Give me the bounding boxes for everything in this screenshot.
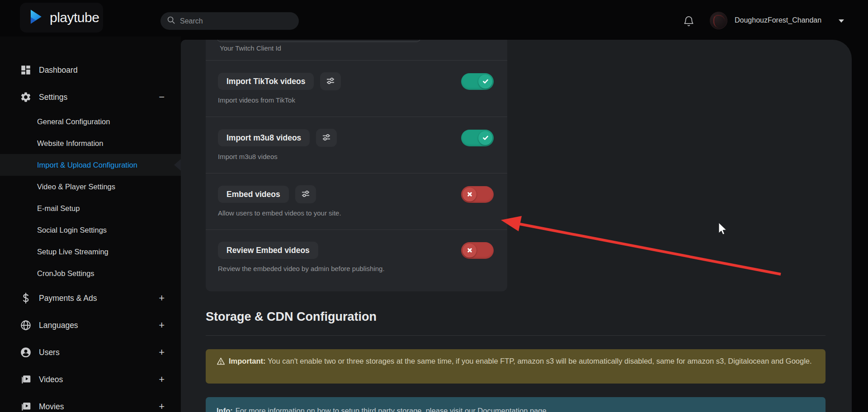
sidebar-item-setup-live-streaming[interactable]: Setup Live Streaming	[0, 241, 181, 262]
toggle-embed-videos[interactable]	[461, 186, 494, 203]
globe-icon	[19, 318, 33, 332]
adjust-settings-button[interactable]	[320, 72, 341, 90]
gear-icon	[19, 90, 33, 104]
plus-expander-icon[interactable]: +	[159, 320, 165, 330]
dollar-icon	[19, 291, 33, 305]
section-divider	[206, 335, 826, 336]
sidebar-item-movies[interactable]: Movies+	[0, 396, 181, 412]
setting-label-chip: Review Embed videos	[218, 242, 318, 259]
plus-expander-icon[interactable]: +	[159, 293, 165, 303]
topbar: playtube DoughouzForest_Chandan	[0, 0, 868, 37]
sidebar-item-e-mail-setup[interactable]: E-mail Setup	[0, 197, 181, 219]
search-icon	[167, 16, 175, 26]
setting-label-chip: Import TikTok videos	[218, 73, 314, 90]
setting-help-text: Review the embeded video by admin before…	[218, 265, 494, 272]
user-icon	[19, 346, 33, 359]
setting-help-text: Allow users to embed videos to your site…	[218, 209, 494, 217]
search-bar[interactable]	[160, 12, 299, 30]
sidebar-item-import-upload-configuration[interactable]: Import & Upload Configuration	[0, 154, 181, 176]
main-panel: Your Twitch Client Id Import TikTok vide…	[181, 40, 852, 412]
toggle-import-tiktok-videos[interactable]	[461, 73, 494, 90]
important-alert: Important: You can't enable two or three…	[206, 349, 826, 384]
video-icon	[19, 400, 33, 412]
info-text: For more information on how to setup thi…	[236, 407, 548, 412]
plus-expander-icon[interactable]: +	[159, 375, 165, 384]
plus-expander-icon[interactable]: +	[159, 347, 165, 357]
user-menu[interactable]: DoughouzForest_Chandan	[735, 13, 821, 28]
sliders-icon	[326, 76, 335, 87]
minus-expander-icon[interactable]: −	[159, 92, 165, 102]
sidebar-item-cronjob-settings[interactable]: CronJob Settings	[0, 262, 181, 284]
sliders-icon	[301, 189, 311, 200]
setting-row-review-embed-videos: Review Embed videosReview the embeded vi…	[206, 229, 507, 286]
toggle-import-m3u8-videos[interactable]	[461, 130, 494, 146]
play-logo-icon	[25, 7, 45, 28]
sidebar-item-settings[interactable]: Settings−	[0, 86, 181, 108]
sidebar-item-payments-ads[interactable]: Payments & Ads+	[0, 287, 181, 309]
setting-help-text: Import videos from TikTok	[218, 96, 494, 104]
setting-label-chip: Embed videos	[218, 186, 289, 203]
sliders-icon	[321, 132, 331, 144]
toggle-off-x-icon	[462, 187, 476, 201]
storage-cdn-heading: Storage & CDN Configuration	[206, 310, 826, 324]
sidebar-item-video-player-settings[interactable]: Video & Player Settings	[0, 176, 181, 197]
twitch-client-id-input[interactable]	[217, 40, 421, 42]
sidebar-item-website-information[interactable]: Website Information	[0, 132, 181, 154]
sidebar-item-languages[interactable]: Languages+	[0, 314, 181, 336]
plus-expander-icon[interactable]: +	[159, 402, 165, 412]
important-text: You can't enable two or three storages a…	[268, 357, 812, 365]
adjust-settings-button[interactable]	[295, 185, 316, 203]
chevron-down-icon	[839, 19, 844, 23]
setting-label-chip: Import m3u8 videos	[218, 129, 310, 146]
notifications-bell-icon[interactable]	[683, 15, 695, 27]
toggle-review-embed-videos[interactable]	[461, 242, 494, 259]
import-settings-card: Your Twitch Client Id Import TikTok vide…	[206, 40, 507, 291]
toggle-on-check-icon	[478, 131, 492, 145]
important-label: Important:	[229, 357, 266, 365]
toggle-rows: Import TikTok videosImport videos from T…	[206, 60, 507, 286]
toggle-on-check-icon	[478, 75, 492, 89]
adjust-settings-button[interactable]	[316, 129, 337, 147]
setting-row-import-m3u8-videos: Import m3u8 videosImport m3u8 videos	[206, 117, 507, 173]
sidebar-item-users[interactable]: Users+	[0, 342, 181, 363]
search-input[interactable]	[180, 17, 279, 25]
playtube-logo[interactable]: playtube	[20, 3, 103, 33]
sidebar: DashboardSettings−General ConfigurationW…	[0, 37, 181, 412]
setting-row-embed-videos: Embed videosAllow users to embed videos …	[206, 173, 507, 229]
sidebar-item-dashboard[interactable]: Dashboard	[0, 59, 181, 81]
playtube-admin-app: playtube DoughouzForest_Chandan Dashboar…	[0, 0, 868, 412]
sidebar-item-social-login-settings[interactable]: Social Login Settings	[0, 219, 181, 241]
toggle-off-x-icon	[462, 243, 476, 258]
warning-triangle-icon	[217, 356, 225, 368]
dashboard-icon	[19, 63, 33, 77]
info-alert: Info:For more information on how to setu…	[206, 397, 826, 412]
active-item-notch	[174, 159, 181, 171]
setting-row-import-tiktok-videos: Import TikTok videosImport videos from T…	[206, 60, 507, 117]
brand-name: playtube	[50, 10, 99, 25]
video-icon	[19, 373, 33, 386]
setting-help-text: Import m3u8 videos	[218, 153, 494, 160]
info-label: Info:	[217, 407, 233, 412]
sidebar-item-videos[interactable]: Videos+	[0, 369, 181, 390]
avatar[interactable]	[710, 12, 727, 29]
sidebar-item-general-configuration[interactable]: General Configuration	[0, 111, 181, 132]
